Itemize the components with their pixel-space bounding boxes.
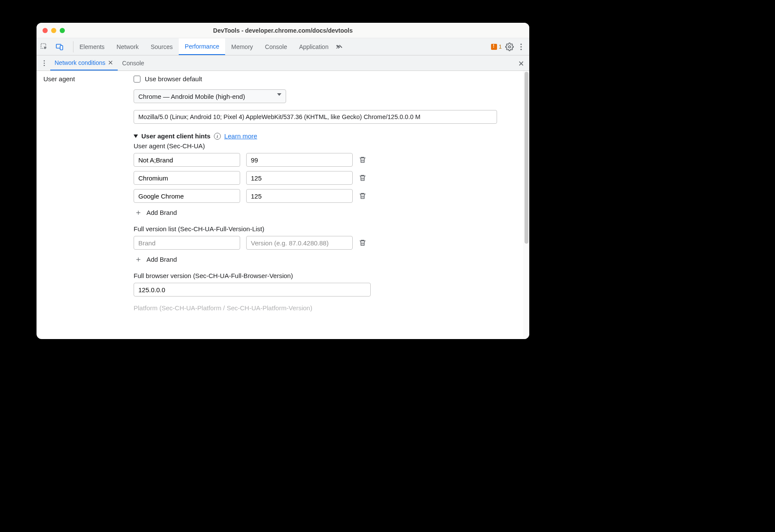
add-brand-button[interactable]: ＋ Add Brand — [134, 207, 519, 217]
scrollbar[interactable] — [523, 71, 529, 339]
svg-point-8 — [44, 62, 45, 64]
full-version-list-row — [134, 236, 519, 250]
devtools-tab-bar: Elements Network Sources Performance Mem… — [37, 38, 529, 55]
inspect-icon[interactable] — [37, 38, 52, 55]
ua-preset-select[interactable]: Chrome — Android Mobile (high-end) — [134, 89, 286, 103]
full-browser-version-input[interactable] — [134, 283, 371, 297]
disclosure-triangle-icon — [134, 135, 138, 138]
ua-string-input[interactable]: Mozilla/5.0 (Linux; Android 10; Pixel 4)… — [134, 110, 497, 124]
ua-preset-value: Chrome — Android Mobile (high-end) — [138, 93, 245, 100]
svg-rect-2 — [60, 46, 63, 50]
kebab-menu-icon[interactable] — [517, 43, 525, 51]
brand-version-input[interactable] — [246, 189, 353, 203]
tab-console[interactable]: Console — [259, 38, 293, 55]
network-conditions-panel: User agent Use browser default Chrome — … — [37, 71, 529, 339]
drawer-tab-console[interactable]: Console — [118, 55, 148, 70]
full-version-list-label: Full version list (Sec-CH-UA-Full-Versio… — [134, 225, 519, 232]
add-brand-button-2[interactable]: ＋ Add Brand — [134, 254, 519, 264]
use-browser-default-checkbox[interactable] — [134, 76, 140, 83]
full-browser-version-label: Full browser version (Sec-CH-UA-Full-Bro… — [134, 272, 519, 279]
svg-point-9 — [44, 65, 45, 66]
tab-elements[interactable]: Elements — [73, 38, 110, 55]
drawer-close-icon[interactable]: ✕ — [518, 59, 524, 68]
brand-name-input[interactable] — [134, 153, 240, 167]
scrollbar-thumb[interactable] — [525, 72, 528, 244]
brand-version-input[interactable] — [246, 171, 353, 185]
drawer-tab-network-conditions[interactable]: Network conditions ✕ — [50, 55, 118, 70]
settings-icon[interactable] — [505, 43, 514, 51]
tab-performance[interactable]: Performance — [179, 38, 225, 55]
section-label-user-agent: User agent — [37, 71, 134, 339]
tab-sources[interactable]: Sources — [145, 38, 179, 55]
devtools-window: DevTools - developer.chrome.com/docs/dev… — [37, 23, 529, 339]
svg-point-3 — [509, 46, 511, 48]
svg-point-6 — [520, 49, 522, 50]
plus-icon: ＋ — [134, 207, 142, 217]
brand-name-input[interactable] — [134, 189, 240, 203]
titlebar: DevTools - developer.chrome.com/docs/dev… — [37, 23, 529, 38]
use-browser-default-label: Use browser default — [145, 75, 202, 83]
trash-icon[interactable] — [359, 239, 366, 247]
learn-more-link[interactable]: Learn more — [224, 132, 257, 140]
svg-point-5 — [520, 46, 522, 47]
trash-icon[interactable] — [359, 192, 366, 200]
tab-memory[interactable]: Memory — [225, 38, 259, 55]
drawer-kebab-icon[interactable] — [41, 60, 50, 67]
warning-count: 1 — [499, 43, 502, 50]
info-icon[interactable]: i — [214, 133, 221, 140]
trash-icon[interactable] — [359, 156, 366, 164]
drawer-tab-bar: Network conditions ✕ Console ✕ — [37, 55, 529, 71]
plus-icon: ＋ — [134, 254, 142, 264]
fvl-brand-input[interactable] — [134, 236, 240, 250]
device-toggle-icon[interactable] — [52, 38, 67, 55]
chevron-down-icon — [277, 93, 281, 96]
close-tab-icon[interactable]: ✕ — [108, 59, 113, 67]
svg-point-7 — [44, 60, 45, 61]
window-title: DevTools - developer.chrome.com/docs/dev… — [37, 27, 529, 34]
client-hints-heading[interactable]: User agent client hints i Learn more — [134, 132, 519, 140]
svg-point-4 — [520, 43, 522, 45]
brand-row — [134, 153, 519, 167]
brand-row — [134, 189, 519, 203]
tab-network[interactable]: Network — [110, 38, 144, 55]
warning-icon — [491, 44, 497, 50]
sec-ch-ua-label: User agent (Sec-CH-UA) — [134, 142, 519, 150]
platform-label-cut: Platform (Sec-CH-UA-Platform / Sec-CH-UA… — [134, 304, 519, 312]
tab-application[interactable]: Application — [293, 38, 335, 55]
more-tabs-icon[interactable]: » — [335, 38, 348, 55]
brand-name-input[interactable] — [134, 171, 240, 185]
trash-icon[interactable] — [359, 174, 366, 182]
warnings-badge[interactable]: 1 — [491, 43, 502, 50]
fvl-version-input[interactable] — [246, 236, 353, 250]
brand-row — [134, 171, 519, 185]
brand-version-input[interactable] — [246, 153, 353, 167]
